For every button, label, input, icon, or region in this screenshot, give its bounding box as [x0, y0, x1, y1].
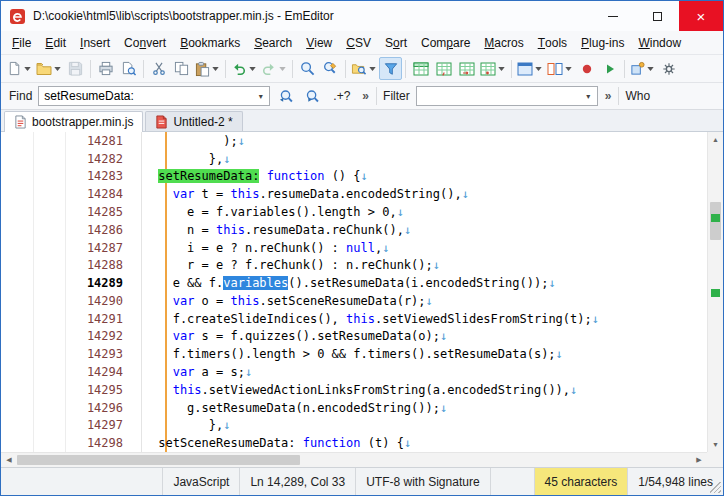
csv-normal-button[interactable]: [409, 57, 432, 80]
menu-bookmarks[interactable]: Bookmarks: [173, 31, 247, 54]
narrowing-button[interactable]: [515, 57, 545, 80]
scroll-right-arrow-icon[interactable]: ▶: [691, 453, 707, 467]
replace-button[interactable]: [319, 57, 342, 80]
dropdown-caret-icon[interactable]: [646, 67, 655, 71]
macro-play-button[interactable]: [598, 57, 621, 80]
regex-toggle-button[interactable]: .+?: [328, 85, 355, 107]
menu-csv[interactable]: CSV: [339, 31, 378, 54]
find-in-files-button[interactable]: [349, 57, 379, 80]
find-button[interactable]: [296, 57, 319, 80]
scroll-left-arrow-icon[interactable]: ◀: [1, 453, 17, 467]
menu-insert[interactable]: Insert: [73, 31, 117, 54]
code-line[interactable]: 14285 e = f.variables().length > 0,↓: [1, 203, 707, 221]
code-line[interactable]: 14288 r = e ? f.reChunk() : n.reChunk();…: [1, 256, 707, 274]
code-line[interactable]: 14282 },↓: [1, 150, 707, 168]
open-folder-button[interactable]: [34, 57, 64, 80]
print-button[interactable]: [94, 57, 117, 80]
menu-convert[interactable]: Convert: [117, 31, 173, 54]
code-line[interactable]: 14292 var s = f.quizzes().setResumeData(…: [1, 328, 707, 346]
vertical-scroll-track[interactable]: [708, 147, 723, 437]
code-text: var s = f.quizzes().setResumeData(o);↓: [137, 329, 447, 343]
macro-record-button[interactable]: [575, 57, 598, 80]
find-next-button[interactable]: [301, 85, 324, 107]
menu-edit[interactable]: Edit: [38, 31, 73, 54]
status-selection-count[interactable]: 45 characters: [534, 468, 628, 495]
search-highlight-button[interactable]: [379, 57, 402, 80]
code-line[interactable]: 14296 g.setResumeData(n.encodedString())…: [1, 399, 707, 417]
menu-tools[interactable]: Tools: [531, 31, 574, 54]
menu-view[interactable]: View: [299, 31, 339, 54]
close-button[interactable]: ×: [679, 1, 723, 31]
scroll-down-arrow-icon[interactable]: ▼: [708, 437, 723, 452]
csv-comma-button[interactable]: [432, 57, 455, 80]
menu-macros[interactable]: Macros: [477, 31, 530, 54]
filter-dropdown-arrow-icon[interactable]: ▾: [580, 92, 597, 101]
horizontal-scroll-track[interactable]: [17, 453, 691, 467]
dropdown-caret-icon[interactable]: [23, 67, 32, 71]
dropdown-caret-icon[interactable]: [564, 67, 573, 71]
horizontal-scroll-thumb[interactable]: [17, 455, 300, 465]
new-document-button[interactable]: [5, 57, 34, 80]
dropdown-caret-icon[interactable]: [248, 67, 257, 71]
code-line[interactable]: 14294 var a = s;↓: [1, 363, 707, 381]
code-line[interactable]: 14293 f.timers().length > 0 && f.timers(…: [1, 345, 707, 363]
cut-button[interactable]: [147, 57, 170, 80]
menu-compare[interactable]: Compare: [414, 31, 477, 54]
whole-string-label[interactable]: Who: [623, 89, 651, 103]
menu-plugins[interactable]: Plug-ins: [574, 31, 631, 54]
dropdown-caret-icon[interactable]: [53, 67, 62, 71]
dropdown-caret-icon[interactable]: [368, 67, 377, 71]
maximize-button[interactable]: [635, 1, 679, 31]
dropdown-caret-icon[interactable]: [497, 67, 506, 71]
code-line[interactable]: 14287 i = e ? n.reChunk() : null,↓: [1, 239, 707, 257]
filter-input[interactable]: ▾: [416, 86, 598, 106]
find-dropdown-arrow-icon[interactable]: ▾: [252, 92, 269, 101]
code-lines[interactable]: 14281 );↓14282 },↓14283 setResumeData: f…: [1, 132, 707, 452]
print-preview-icon: [121, 61, 137, 76]
scroll-up-arrow-icon[interactable]: ▲: [708, 132, 723, 147]
copy-button[interactable]: [170, 57, 193, 80]
csv-user-button[interactable]: [478, 57, 508, 80]
customize-button[interactable]: [657, 57, 680, 80]
code-line[interactable]: 14298 setSceneResumeData: function (t) {…: [1, 434, 707, 452]
code-line[interactable]: 14281 );↓: [1, 132, 707, 150]
compare-button[interactable]: [545, 57, 575, 80]
menu-file[interactable]: File: [5, 31, 38, 54]
code-line[interactable]: 14284 var t = this.resumeData.encodedStr…: [1, 185, 707, 203]
status-line-count[interactable]: 1/54,948 lines: [627, 468, 723, 495]
print-preview-button[interactable]: [117, 57, 140, 80]
vertical-scrollbar[interactable]: ▲ ▼: [707, 132, 723, 452]
dropdown-caret-icon[interactable]: [211, 67, 220, 71]
filter-overflow-chevron[interactable]: »: [602, 89, 615, 103]
tab-bootstrapper-min-js[interactable]: bootstrapper.min.js: [4, 111, 143, 132]
dropdown-caret-icon[interactable]: [278, 67, 287, 71]
menu-window[interactable]: Window: [631, 31, 688, 54]
dropdown-caret-icon[interactable]: [534, 67, 543, 71]
paste-button[interactable]: [193, 57, 222, 80]
plugins-button[interactable]: [628, 57, 657, 80]
menu-search[interactable]: Search: [247, 31, 299, 54]
code-line[interactable]: 14297 },↓: [1, 417, 707, 435]
find-input[interactable]: setResumeData: ▾: [38, 86, 270, 106]
code-line[interactable]: 14295 this.setViewedActionLinksFromStrin…: [1, 381, 707, 399]
undo-button[interactable]: [229, 57, 259, 80]
find-overflow-chevron[interactable]: »: [359, 89, 372, 103]
minimize-button[interactable]: [591, 1, 635, 31]
maximize-icon: [653, 12, 662, 21]
code-line[interactable]: 14283 setResumeData: function () {↓: [1, 168, 707, 186]
line-number: 14294: [1, 365, 137, 379]
code-line[interactable]: 14289 e && f.variables().setResumeData(i…: [1, 274, 707, 292]
status-bar: JavaScript Ln 14,289, Col 33 UTF-8 with …: [1, 467, 723, 495]
find-previous-button[interactable]: [274, 85, 297, 107]
code-line[interactable]: 14286 n = this.resumeData.reChunk(),↓: [1, 221, 707, 239]
status-syntax[interactable]: JavaScript: [162, 468, 239, 495]
code-line[interactable]: 14291 f.createSlideIndices(), this.setVi…: [1, 310, 707, 328]
code-line[interactable]: 14290 var o = this.setSceneResumeData(r)…: [1, 292, 707, 310]
status-cursor-position[interactable]: Ln 14,289, Col 33: [239, 468, 355, 495]
horizontal-scrollbar[interactable]: ◀ ▶: [1, 452, 707, 467]
status-encoding[interactable]: UTF-8 with Signature: [355, 468, 489, 495]
tab-untitled-2[interactable]: Untitled-2 *: [145, 111, 242, 131]
menu-sort[interactable]: Sort: [378, 31, 414, 54]
editor-area[interactable]: 14281 );↓14282 },↓14283 setResumeData: f…: [1, 132, 723, 467]
csv-tab-button[interactable]: [455, 57, 478, 80]
